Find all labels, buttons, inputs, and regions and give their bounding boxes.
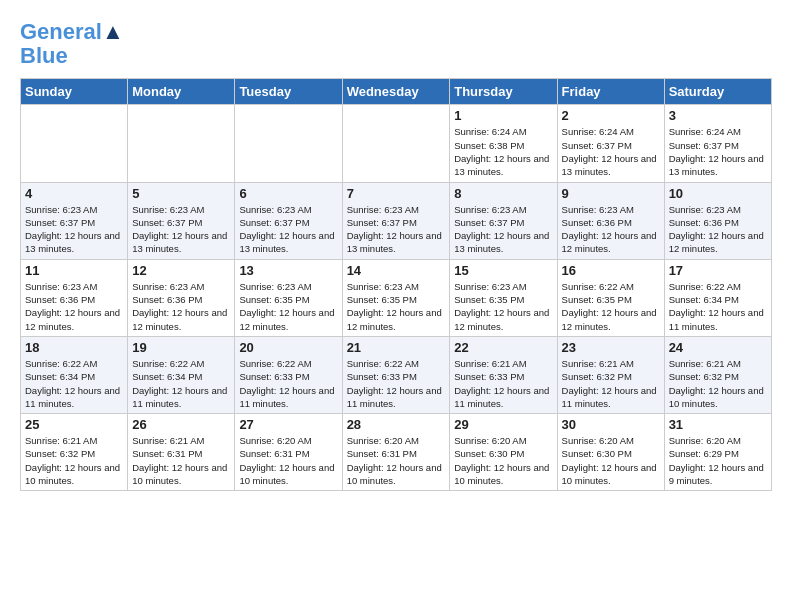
day-info: Sunrise: 6:23 AM Sunset: 6:35 PM Dayligh… [454,280,552,333]
day-info: Sunrise: 6:22 AM Sunset: 6:34 PM Dayligh… [25,357,123,410]
calendar-cell: 21Sunrise: 6:22 AM Sunset: 6:33 PM Dayli… [342,336,450,413]
day-number: 13 [239,263,337,278]
day-number: 31 [669,417,767,432]
weekday-header-tuesday: Tuesday [235,79,342,105]
calendar-cell: 24Sunrise: 6:21 AM Sunset: 6:32 PM Dayli… [664,336,771,413]
day-number: 12 [132,263,230,278]
day-info: Sunrise: 6:23 AM Sunset: 6:37 PM Dayligh… [239,203,337,256]
day-info: Sunrise: 6:20 AM Sunset: 6:29 PM Dayligh… [669,434,767,487]
calendar-cell: 13Sunrise: 6:23 AM Sunset: 6:35 PM Dayli… [235,259,342,336]
calendar-cell: 16Sunrise: 6:22 AM Sunset: 6:35 PM Dayli… [557,259,664,336]
calendar-cell [235,105,342,182]
day-info: Sunrise: 6:22 AM Sunset: 6:34 PM Dayligh… [669,280,767,333]
day-info: Sunrise: 6:24 AM Sunset: 6:37 PM Dayligh… [562,125,660,178]
calendar-cell [128,105,235,182]
calendar-cell: 30Sunrise: 6:20 AM Sunset: 6:30 PM Dayli… [557,414,664,491]
calendar-week-1: 1Sunrise: 6:24 AM Sunset: 6:38 PM Daylig… [21,105,772,182]
calendar-cell: 10Sunrise: 6:23 AM Sunset: 6:36 PM Dayli… [664,182,771,259]
day-info: Sunrise: 6:21 AM Sunset: 6:31 PM Dayligh… [132,434,230,487]
logo-text: General▲ Blue [20,20,124,68]
day-number: 5 [132,186,230,201]
day-info: Sunrise: 6:22 AM Sunset: 6:35 PM Dayligh… [562,280,660,333]
day-info: Sunrise: 6:20 AM Sunset: 6:30 PM Dayligh… [454,434,552,487]
weekday-header-thursday: Thursday [450,79,557,105]
calendar-cell: 2Sunrise: 6:24 AM Sunset: 6:37 PM Daylig… [557,105,664,182]
day-info: Sunrise: 6:23 AM Sunset: 6:37 PM Dayligh… [454,203,552,256]
calendar-body: 1Sunrise: 6:24 AM Sunset: 6:38 PM Daylig… [21,105,772,491]
logo: General▲ Blue [20,20,124,68]
day-info: Sunrise: 6:23 AM Sunset: 6:37 PM Dayligh… [347,203,446,256]
calendar-cell: 18Sunrise: 6:22 AM Sunset: 6:34 PM Dayli… [21,336,128,413]
weekday-header-friday: Friday [557,79,664,105]
weekday-header-sunday: Sunday [21,79,128,105]
day-number: 26 [132,417,230,432]
day-number: 3 [669,108,767,123]
day-number: 20 [239,340,337,355]
calendar-cell [21,105,128,182]
calendar-cell: 14Sunrise: 6:23 AM Sunset: 6:35 PM Dayli… [342,259,450,336]
day-info: Sunrise: 6:23 AM Sunset: 6:36 PM Dayligh… [25,280,123,333]
day-number: 17 [669,263,767,278]
day-info: Sunrise: 6:22 AM Sunset: 6:34 PM Dayligh… [132,357,230,410]
day-number: 8 [454,186,552,201]
calendar-cell: 17Sunrise: 6:22 AM Sunset: 6:34 PM Dayli… [664,259,771,336]
day-number: 2 [562,108,660,123]
day-info: Sunrise: 6:21 AM Sunset: 6:32 PM Dayligh… [562,357,660,410]
day-number: 18 [25,340,123,355]
day-number: 10 [669,186,767,201]
day-number: 4 [25,186,123,201]
day-number: 14 [347,263,446,278]
calendar-week-2: 4Sunrise: 6:23 AM Sunset: 6:37 PM Daylig… [21,182,772,259]
calendar-cell: 1Sunrise: 6:24 AM Sunset: 6:38 PM Daylig… [450,105,557,182]
calendar-cell: 19Sunrise: 6:22 AM Sunset: 6:34 PM Dayli… [128,336,235,413]
calendar-cell: 4Sunrise: 6:23 AM Sunset: 6:37 PM Daylig… [21,182,128,259]
day-number: 7 [347,186,446,201]
calendar-week-4: 18Sunrise: 6:22 AM Sunset: 6:34 PM Dayli… [21,336,772,413]
page-header: General▲ Blue [20,20,772,68]
day-info: Sunrise: 6:23 AM Sunset: 6:37 PM Dayligh… [132,203,230,256]
calendar-cell: 5Sunrise: 6:23 AM Sunset: 6:37 PM Daylig… [128,182,235,259]
day-number: 27 [239,417,337,432]
day-number: 16 [562,263,660,278]
day-number: 9 [562,186,660,201]
day-number: 21 [347,340,446,355]
day-info: Sunrise: 6:20 AM Sunset: 6:31 PM Dayligh… [239,434,337,487]
day-number: 19 [132,340,230,355]
calendar-header-row: SundayMondayTuesdayWednesdayThursdayFrid… [21,79,772,105]
day-info: Sunrise: 6:23 AM Sunset: 6:35 PM Dayligh… [239,280,337,333]
day-number: 24 [669,340,767,355]
calendar-cell: 31Sunrise: 6:20 AM Sunset: 6:29 PM Dayli… [664,414,771,491]
weekday-header-monday: Monday [128,79,235,105]
day-number: 11 [25,263,123,278]
calendar-cell: 22Sunrise: 6:21 AM Sunset: 6:33 PM Dayli… [450,336,557,413]
weekday-header-wednesday: Wednesday [342,79,450,105]
day-info: Sunrise: 6:21 AM Sunset: 6:33 PM Dayligh… [454,357,552,410]
calendar-cell: 28Sunrise: 6:20 AM Sunset: 6:31 PM Dayli… [342,414,450,491]
day-info: Sunrise: 6:23 AM Sunset: 6:35 PM Dayligh… [347,280,446,333]
calendar-cell: 7Sunrise: 6:23 AM Sunset: 6:37 PM Daylig… [342,182,450,259]
weekday-header-saturday: Saturday [664,79,771,105]
day-number: 6 [239,186,337,201]
calendar-cell: 9Sunrise: 6:23 AM Sunset: 6:36 PM Daylig… [557,182,664,259]
day-info: Sunrise: 6:20 AM Sunset: 6:30 PM Dayligh… [562,434,660,487]
calendar-cell: 6Sunrise: 6:23 AM Sunset: 6:37 PM Daylig… [235,182,342,259]
day-number: 29 [454,417,552,432]
day-number: 25 [25,417,123,432]
logo-general: General [20,19,102,44]
day-info: Sunrise: 6:20 AM Sunset: 6:31 PM Dayligh… [347,434,446,487]
calendar-week-3: 11Sunrise: 6:23 AM Sunset: 6:36 PM Dayli… [21,259,772,336]
day-info: Sunrise: 6:23 AM Sunset: 6:37 PM Dayligh… [25,203,123,256]
calendar-cell: 23Sunrise: 6:21 AM Sunset: 6:32 PM Dayli… [557,336,664,413]
day-info: Sunrise: 6:24 AM Sunset: 6:37 PM Dayligh… [669,125,767,178]
calendar-cell: 29Sunrise: 6:20 AM Sunset: 6:30 PM Dayli… [450,414,557,491]
day-number: 1 [454,108,552,123]
day-info: Sunrise: 6:21 AM Sunset: 6:32 PM Dayligh… [25,434,123,487]
calendar-week-5: 25Sunrise: 6:21 AM Sunset: 6:32 PM Dayli… [21,414,772,491]
day-number: 30 [562,417,660,432]
day-number: 22 [454,340,552,355]
calendar-cell: 27Sunrise: 6:20 AM Sunset: 6:31 PM Dayli… [235,414,342,491]
day-info: Sunrise: 6:24 AM Sunset: 6:38 PM Dayligh… [454,125,552,178]
logo-blue: Blue [20,43,68,68]
day-info: Sunrise: 6:22 AM Sunset: 6:33 PM Dayligh… [347,357,446,410]
calendar-cell: 26Sunrise: 6:21 AM Sunset: 6:31 PM Dayli… [128,414,235,491]
